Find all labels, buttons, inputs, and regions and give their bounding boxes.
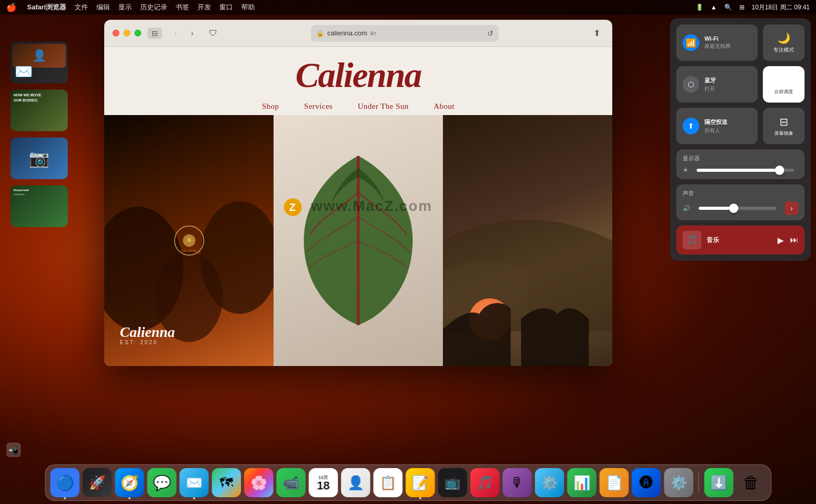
menu-edit[interactable]: 编辑: [96, 3, 110, 12]
dock-mail[interactable]: ✉️: [180, 468, 209, 497]
cc-focus-module[interactable]: 🌙 专注模式: [763, 24, 805, 61]
menu-bookmarks[interactable]: 书签: [176, 3, 189, 12]
dock-photos[interactable]: 🌸: [244, 468, 274, 497]
volume-slider[interactable]: [699, 207, 776, 210]
forward-button[interactable]: ›: [185, 26, 200, 41]
menu-develop[interactable]: 开发: [197, 3, 211, 12]
control-center-icon[interactable]: ⊞: [739, 4, 745, 11]
cc-music-section: 🎵 音乐 ▶ ⏭: [676, 225, 805, 255]
battery-icon: 🔋: [696, 4, 703, 11]
reload-button[interactable]: ↺: [487, 29, 493, 37]
dock-tv[interactable]: 📺: [438, 468, 467, 497]
focus-label: 专注模式: [773, 46, 794, 54]
volume-slider-row: 🔊 ›: [683, 201, 798, 215]
reader-button[interactable]: ≡↑: [370, 30, 377, 37]
fast-forward-button[interactable]: ⏭: [790, 235, 798, 245]
grid-image-1[interactable]: ☀ CALIENNA Calienna EST: 2020: [104, 115, 274, 366]
cc-wifi-module[interactable]: 📶 Wi-Fi 家庭无线网: [676, 24, 758, 61]
sidebar-apps: 👤 ✉️ HOW WE MOVE OUR BODIES; 📷 Dispersed…: [0, 42, 78, 227]
close-button[interactable]: [113, 30, 119, 36]
cc-screen-mirror-module[interactable]: ⊟ 屏幕镜像: [763, 108, 805, 144]
dock-numbers[interactable]: 📊: [567, 468, 597, 497]
nav-under-the-sun[interactable]: Under The Sun: [357, 102, 409, 111]
music-controls: ▶ ⏭: [777, 235, 798, 245]
airplay-info: 隔空投送 所有人: [704, 118, 727, 134]
nav-services[interactable]: Services: [304, 102, 333, 111]
dock-trash[interactable]: 🗑: [737, 468, 766, 497]
dock-pages[interactable]: 📄: [600, 468, 629, 497]
menubar-left: 🍎 Safari浏览器 文件 编辑 显示 历史记录 书签 开发 窗口 帮助: [6, 3, 255, 12]
dock-music[interactable]: 🎵: [471, 468, 500, 497]
grid-image-2[interactable]: [274, 115, 443, 366]
volume-thumb[interactable]: [729, 204, 738, 213]
share-button[interactable]: ⬆: [589, 26, 604, 41]
brand-name: Calienna: [120, 325, 175, 339]
dock-finder[interactable]: 🔵: [51, 468, 80, 497]
nav-links: Shop Services Under The Sun About: [104, 102, 612, 111]
brightness-track: [697, 169, 794, 172]
bluetooth-status: 打开: [704, 85, 716, 93]
back-button[interactable]: ‹: [168, 26, 183, 41]
dock-podcasts[interactable]: 🎙: [503, 468, 532, 497]
minimize-button[interactable]: [123, 30, 130, 36]
shield-button[interactable]: 🛡: [206, 26, 220, 41]
dock-messages[interactable]: 💬: [147, 468, 177, 497]
menubar-right: 🔋 ▲ 🔍 ⊞ 10月18日 周二 09:41: [696, 3, 810, 12]
desktop: 🍎 Safari浏览器 文件 编辑 显示 历史记录 书签 开发 窗口 帮助 🔋 …: [0, 0, 816, 504]
launchpad-btn[interactable]: 📲: [6, 443, 21, 457]
music-icon: 🎵: [683, 231, 701, 249]
nav-shop[interactable]: Shop: [262, 102, 279, 111]
menu-view[interactable]: 显示: [118, 3, 132, 12]
sidebar-toggle-button[interactable]: ⊟: [147, 28, 162, 39]
brightness-fill: [697, 169, 780, 172]
cc-bluetooth-module[interactable]: ⬡ 蓝牙 打开: [676, 66, 758, 103]
cc-left-col: 📶 Wi-Fi 家庭无线网 ⬡ 蓝牙 打开 ⬆: [676, 24, 758, 144]
cc-right-col: 🌙 专注模式 ⊞ 台前调度 ⊟ 屏幕镜像: [763, 24, 805, 144]
menu-window[interactable]: 窗口: [219, 3, 233, 12]
dock-calendar[interactable]: 10月 18: [309, 468, 338, 497]
dock-configurator[interactable]: ⚙️: [535, 468, 564, 497]
dock-notes[interactable]: 📝: [406, 468, 435, 497]
wifi-label: Wi-Fi: [704, 35, 731, 42]
sidebar-thumb-books[interactable]: Dispersed Urbanism: [10, 185, 68, 227]
dock-download[interactable]: ⬇️: [704, 468, 734, 497]
dock-safari[interactable]: 🧭: [115, 468, 144, 497]
wifi-icon: ▲: [711, 4, 717, 11]
cc-airplay-module[interactable]: ⬆ 隔空投送 所有人: [676, 108, 758, 144]
sidebar-thumb-photos[interactable]: 📷: [10, 137, 68, 179]
menu-history[interactable]: 历史记录: [140, 3, 167, 12]
apple-icon[interactable]: 🍎: [6, 3, 17, 12]
dock-launchpad[interactable]: 🚀: [83, 468, 112, 497]
app-name[interactable]: Safari浏览器: [27, 3, 66, 12]
dock-facetime[interactable]: 📹: [277, 468, 306, 497]
dock-contacts[interactable]: 👤: [341, 468, 370, 497]
dock-reminders[interactable]: 📋: [374, 468, 403, 497]
grid-image-3[interactable]: [443, 115, 612, 366]
play-button[interactable]: ▶: [777, 235, 784, 245]
fullscreen-button[interactable]: [134, 30, 141, 36]
cc-top-section: 📶 Wi-Fi 家庭无线网 ⬡ 蓝牙 打开 ⬆: [676, 24, 805, 144]
chevron-icon: ›: [790, 204, 793, 212]
cc-display-section: 显示器 ☀: [676, 149, 805, 179]
notes-dot: [419, 497, 422, 499]
nav-about[interactable]: About: [434, 102, 454, 111]
audio-output-button[interactable]: ›: [785, 201, 798, 215]
dock-maps[interactable]: 🗺: [212, 468, 241, 497]
sun-emblem: ☀ CALIENNA: [171, 222, 207, 259]
screen-mirror-label: 屏幕镜像: [774, 130, 793, 137]
menu-file[interactable]: 文件: [75, 3, 88, 12]
brightness-slider[interactable]: [697, 169, 794, 172]
cc-mission-control-module[interactable]: ⊞ 台前调度: [763, 66, 805, 103]
sidebar-thumb-notes[interactable]: HOW WE MOVE OUR BODIES;: [10, 90, 68, 131]
bluetooth-icon: ⬡: [683, 76, 699, 93]
sidebar-thumb-mail[interactable]: 👤 ✉️: [10, 42, 68, 83]
brightness-thumb[interactable]: [775, 166, 784, 175]
menu-help[interactable]: 帮助: [241, 3, 255, 12]
brand-overlay: Calienna EST: 2020: [120, 325, 175, 345]
svg-text:☀: ☀: [186, 236, 193, 245]
dock-settings[interactable]: ⚙️: [664, 468, 694, 497]
est-text: EST: 2020: [120, 339, 175, 345]
address-bar[interactable]: 🔒 calienna.com ≡↑ ↺: [311, 25, 499, 42]
search-icon[interactable]: 🔍: [724, 4, 732, 11]
dock-appstore[interactable]: 🅐: [632, 468, 661, 497]
